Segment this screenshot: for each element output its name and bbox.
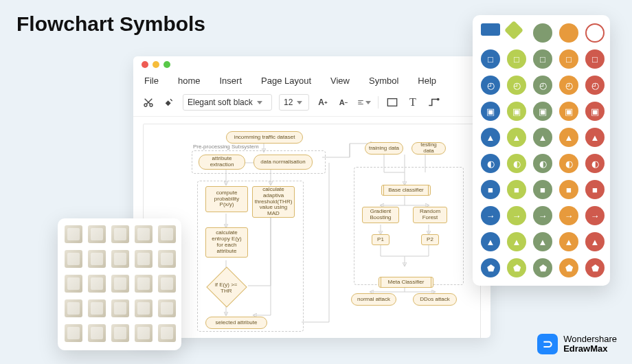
clipart-item[interactable] xyxy=(88,275,106,293)
node-incoming[interactable]: incomming traffic dataset xyxy=(226,131,303,144)
connector-tool-icon[interactable] xyxy=(427,95,440,109)
palette-symbol[interactable]: ▲ xyxy=(585,232,605,251)
palette-symbol[interactable]: ▲ xyxy=(559,128,578,147)
palette-symbol[interactable]: ▣ xyxy=(559,102,578,121)
minimize-dot[interactable] xyxy=(153,61,159,68)
menu-page-layout[interactable]: Page Layout xyxy=(261,76,311,86)
palette-symbol[interactable]: ▲ xyxy=(507,232,526,251)
cut-icon[interactable] xyxy=(142,95,155,109)
clipart-item[interactable] xyxy=(65,299,82,317)
palette-symbol[interactable]: ◐ xyxy=(507,154,526,173)
node-base-classifier[interactable]: Base classifier xyxy=(381,185,431,196)
clipart-item[interactable] xyxy=(158,324,176,342)
node-calc-entropy[interactable]: calculate entropy E(y) for each attribut… xyxy=(205,227,248,258)
diagram-canvas[interactable]: Pre-processing Subsystem Adaptive Attrib… xyxy=(143,124,481,338)
clipart-item[interactable] xyxy=(135,299,153,317)
node-rforest[interactable]: Random Forest xyxy=(413,207,447,223)
palette-symbol[interactable]: ▣ xyxy=(507,102,526,121)
palette-symbol[interactable]: ◐ xyxy=(533,154,552,173)
clipart-item[interactable] xyxy=(88,225,106,243)
palette-symbol[interactable]: → xyxy=(481,206,500,225)
font-size-select[interactable]: 12 xyxy=(279,94,309,111)
palette-symbol[interactable]: ◴ xyxy=(481,76,500,95)
palette-symbol[interactable]: ⬟ xyxy=(533,258,552,277)
node-calc-thr[interactable]: calculate adaptiva threshold(THR) value … xyxy=(252,186,295,218)
menu-insert[interactable]: Insert xyxy=(219,76,242,86)
palette-symbol[interactable]: ⬟ xyxy=(481,258,500,277)
palette-symbol[interactable]: ⬟ xyxy=(507,258,526,277)
palette-rect[interactable] xyxy=(481,23,500,36)
palette-symbol[interactable]: ◴ xyxy=(507,76,526,95)
decrease-font-icon[interactable]: A− xyxy=(337,95,350,109)
palette-symbol[interactable]: ▣ xyxy=(585,102,605,121)
node-attr-ext[interactable]: attribute extraction xyxy=(199,155,245,170)
clipart-item[interactable] xyxy=(111,225,129,243)
node-data-norm[interactable]: data normalisation xyxy=(253,155,313,170)
menu-home[interactable]: home xyxy=(178,76,201,86)
text-tool-icon[interactable]: T xyxy=(406,95,420,109)
font-select[interactable]: Elegant soft black xyxy=(183,94,272,111)
clipart-item[interactable] xyxy=(88,324,106,342)
clipart-item[interactable] xyxy=(158,250,176,268)
clipart-item[interactable] xyxy=(158,299,176,317)
align-icon[interactable] xyxy=(357,95,371,109)
node-normal[interactable]: normal attack xyxy=(351,293,396,306)
node-compute-prob[interactable]: compute probability P(x/y) xyxy=(205,186,248,212)
palette-symbol[interactable]: □ xyxy=(507,49,526,69)
clipart-item[interactable] xyxy=(65,250,82,268)
palette-ring-red[interactable] xyxy=(585,23,605,43)
palette-symbol[interactable]: ◴ xyxy=(533,76,552,95)
palette-symbol[interactable]: ■ xyxy=(559,180,578,199)
palette-symbol[interactable]: → xyxy=(533,206,552,225)
clipart-item[interactable] xyxy=(65,324,82,342)
palette-symbol[interactable]: ◐ xyxy=(559,154,578,173)
clipart-item[interactable] xyxy=(158,275,176,293)
palette-symbol[interactable]: □ xyxy=(585,49,605,69)
menu-symbol[interactable]: Symbol xyxy=(369,76,398,86)
clipart-item[interactable] xyxy=(65,275,82,293)
palette-symbol[interactable]: → xyxy=(507,206,526,225)
clipart-item[interactable] xyxy=(135,324,153,342)
palette-symbol[interactable]: ▲ xyxy=(559,232,578,251)
palette-symbol[interactable]: ▲ xyxy=(481,128,500,147)
palette-symbol[interactable]: □ xyxy=(533,49,552,69)
clipart-item[interactable] xyxy=(88,299,106,317)
palette-circle-orange[interactable] xyxy=(559,23,578,43)
palette-symbol[interactable]: ◐ xyxy=(585,154,605,173)
clipart-item[interactable] xyxy=(135,225,153,243)
clipart-item[interactable] xyxy=(111,299,129,317)
node-ddos[interactable]: DDos attack xyxy=(413,293,457,306)
palette-symbol[interactable]: □ xyxy=(559,49,578,69)
palette-symbol[interactable]: ◐ xyxy=(481,154,500,173)
palette-symbol[interactable]: ▲ xyxy=(507,128,526,147)
increase-font-icon[interactable]: A+ xyxy=(316,95,330,109)
menu-view[interactable]: View xyxy=(330,76,350,86)
palette-diamond[interactable] xyxy=(504,21,523,40)
node-gboost[interactable]: Gradient Boosting xyxy=(362,207,399,223)
clipart-item[interactable] xyxy=(111,324,129,342)
palette-symbol[interactable]: ◴ xyxy=(585,76,605,95)
palette-symbol[interactable]: ▲ xyxy=(481,232,500,251)
menu-file[interactable]: File xyxy=(144,76,159,86)
palette-symbol[interactable]: ■ xyxy=(533,180,552,199)
clipart-item[interactable] xyxy=(135,250,153,268)
shape-rect-icon[interactable] xyxy=(385,95,399,109)
clipart-item[interactable] xyxy=(88,250,106,268)
format-painter-icon[interactable] xyxy=(162,95,176,109)
palette-symbol[interactable]: ⬟ xyxy=(585,258,605,277)
node-training[interactable]: training data xyxy=(365,142,403,155)
palette-symbol[interactable]: → xyxy=(585,206,605,225)
maximize-dot[interactable] xyxy=(163,61,170,68)
palette-symbol[interactable]: ▣ xyxy=(481,102,500,121)
palette-symbol[interactable]: ▣ xyxy=(533,102,552,121)
node-testing[interactable]: testing data xyxy=(411,142,446,155)
palette-symbol[interactable]: ⬟ xyxy=(559,258,578,277)
palette-symbol[interactable]: → xyxy=(559,206,578,225)
close-dot[interactable] xyxy=(142,61,148,68)
clipart-item[interactable] xyxy=(111,275,129,293)
palette-circle-green[interactable] xyxy=(533,23,552,43)
node-meta[interactable]: Meta Classifier xyxy=(379,277,433,288)
palette-symbol[interactable]: □ xyxy=(481,49,500,69)
palette-symbol[interactable]: ■ xyxy=(585,180,605,199)
clipart-item[interactable] xyxy=(135,275,153,293)
